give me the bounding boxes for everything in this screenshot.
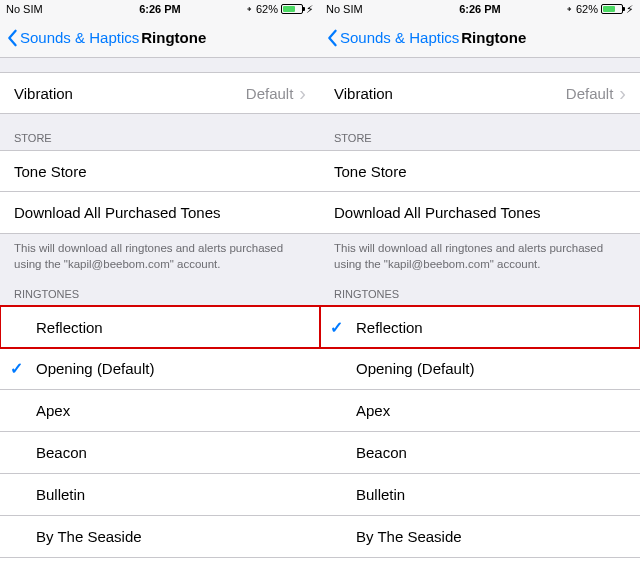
ringtone-row-apex[interactable]: Apex — [0, 390, 320, 432]
download-all-label: Download All Purchased Tones — [334, 204, 626, 221]
clock: 6:26 PM — [320, 3, 640, 15]
ringtone-label: Reflection — [356, 319, 626, 336]
ringtone-label: Apex — [36, 402, 306, 419]
chevron-left-icon — [6, 29, 18, 47]
download-all-row[interactable]: Download All Purchased Tones — [0, 192, 320, 234]
ringtone-label: Bulletin — [36, 486, 306, 503]
ringtone-row-beacon[interactable]: Beacon — [320, 432, 640, 474]
ringtone-label: Beacon — [356, 444, 626, 461]
chevron-right-icon: › — [619, 83, 626, 103]
ringtone-label: Apex — [356, 402, 626, 419]
ringtone-row-bulletin[interactable]: Bulletin — [0, 474, 320, 516]
battery-icon — [281, 4, 303, 14]
ringtone-row-reflection[interactable]: ✓ Reflection — [320, 306, 640, 348]
checkmark-icon: ✓ — [330, 318, 343, 337]
status-bar: No SIM 6:26 PM ᛭ 62% ⚡︎ — [0, 0, 320, 18]
vibration-row[interactable]: Vibration Default › — [320, 72, 640, 114]
tone-store-label: Tone Store — [334, 163, 626, 180]
ringtone-label: By The Seaside — [36, 528, 306, 545]
chevron-right-icon: › — [299, 83, 306, 103]
ringtones-header: RINGTONES — [0, 282, 320, 306]
status-bar: No SIM 6:26 PM ᛭ 62% ⚡︎ — [320, 0, 640, 18]
checkmark-icon: ✓ — [10, 359, 23, 378]
tone-store-row[interactable]: Tone Store — [320, 150, 640, 192]
ringtone-row-chimes[interactable]: Chimes — [320, 558, 640, 568]
store-footer: This will download all ringtones and ale… — [320, 234, 640, 282]
vibration-value: Default — [246, 85, 294, 102]
ringtone-row-beacon[interactable]: Beacon — [0, 432, 320, 474]
ringtones-header: RINGTONES — [320, 282, 640, 306]
tone-store-row[interactable]: Tone Store — [0, 150, 320, 192]
clock: 6:26 PM — [0, 3, 320, 15]
chevron-left-icon — [326, 29, 338, 47]
nav-bar: Sounds & Haptics Ringtone — [320, 18, 640, 58]
vibration-label: Vibration — [334, 85, 566, 102]
ringtone-row-reflection[interactable]: Reflection — [0, 306, 320, 348]
page-title: Ringtone — [141, 29, 206, 46]
ringtone-row-opening[interactable]: ✓ Opening (Default) — [0, 348, 320, 390]
back-button[interactable]: Sounds & Haptics — [326, 29, 459, 47]
ringtone-row-opening[interactable]: Opening (Default) — [320, 348, 640, 390]
ringtone-label: Bulletin — [356, 486, 626, 503]
pane-right: No SIM 6:26 PM ᛭ 62% ⚡︎ Sounds & Haptics… — [320, 0, 640, 568]
ringtone-label: Beacon — [36, 444, 306, 461]
ringtone-row-apex[interactable]: Apex — [320, 390, 640, 432]
back-button[interactable]: Sounds & Haptics — [6, 29, 139, 47]
ringtone-row-seaside[interactable]: By The Seaside — [320, 516, 640, 558]
ringtone-label: Reflection — [36, 319, 306, 336]
store-footer: This will download all ringtones and ale… — [0, 234, 320, 282]
download-all-label: Download All Purchased Tones — [14, 204, 306, 221]
back-label: Sounds & Haptics — [20, 29, 139, 46]
store-header: STORE — [320, 114, 640, 150]
ringtone-label: Opening (Default) — [36, 360, 306, 377]
page-title: Ringtone — [461, 29, 526, 46]
ringtone-label: By The Seaside — [356, 528, 626, 545]
vibration-label: Vibration — [14, 85, 246, 102]
vibration-row[interactable]: Vibration Default › — [0, 72, 320, 114]
ringtone-label: Opening (Default) — [356, 360, 626, 377]
vibration-value: Default — [566, 85, 614, 102]
nav-bar: Sounds & Haptics Ringtone — [0, 18, 320, 58]
ringtone-row-seaside[interactable]: By The Seaside — [0, 516, 320, 558]
pane-left: No SIM 6:26 PM ᛭ 62% ⚡︎ Sounds & Haptics… — [0, 0, 320, 568]
download-all-row[interactable]: Download All Purchased Tones — [320, 192, 640, 234]
battery-icon — [601, 4, 623, 14]
store-header: STORE — [0, 114, 320, 150]
back-label: Sounds & Haptics — [340, 29, 459, 46]
ringtone-row-bulletin[interactable]: Bulletin — [320, 474, 640, 516]
ringtone-row-chimes[interactable]: Chimes — [0, 558, 320, 568]
tone-store-label: Tone Store — [14, 163, 306, 180]
